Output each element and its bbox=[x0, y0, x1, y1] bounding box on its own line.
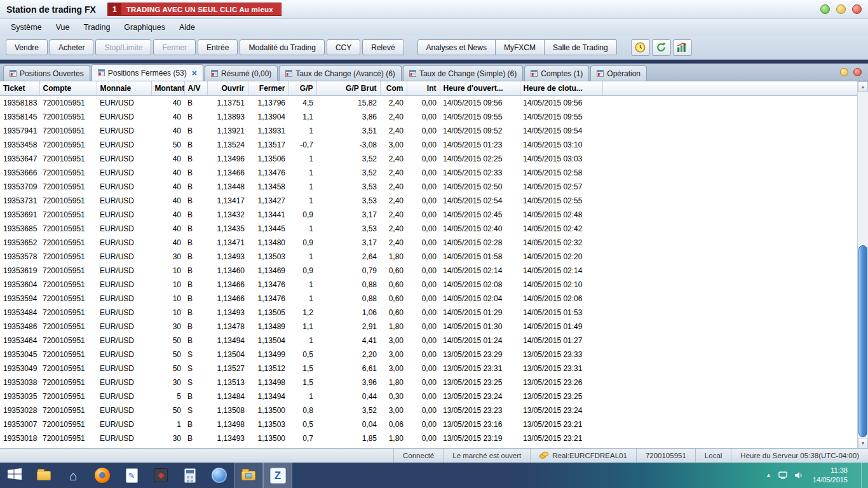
banner-text: TRADING AVEC UN SEUL CLIC Au mieux bbox=[126, 6, 273, 13]
tab-positions-fermees-53[interactable]: Positions Fermées (53)× bbox=[92, 64, 203, 81]
taskbar-utility-app[interactable] bbox=[146, 463, 175, 488]
vertical-scrollbar[interactable]: ▲ ▼ bbox=[857, 81, 868, 449]
table-row[interactable]: 193581457200105951EUR/USD40B1,138931,139… bbox=[0, 110, 857, 124]
table-row[interactable]: 193534587200105951EUR/USD50B1,135241,135… bbox=[0, 138, 857, 152]
col-header-fermer[interactable]: Fermer bbox=[248, 81, 288, 95]
taskbar-trading-station[interactable]: Z bbox=[263, 463, 292, 488]
col-header-heure-ouverture[interactable]: Heure d'ouvert... bbox=[440, 81, 520, 95]
modalite-du-trading-button[interactable]: Modalité du Trading bbox=[240, 39, 324, 55]
cell-int: 0,00 bbox=[407, 390, 440, 403]
col-header-monnaie[interactable]: Monnaie bbox=[97, 81, 151, 95]
table-row[interactable]: 193530497200105951EUR/USD50S1,135271,135… bbox=[0, 362, 857, 376]
myfxcm-button[interactable]: MyFXCM bbox=[495, 39, 545, 55]
taskbar-home[interactable]: ⌂ bbox=[58, 463, 88, 488]
time-mode[interactable]: Local bbox=[695, 449, 731, 463]
col-header-av[interactable]: A/V bbox=[184, 81, 207, 95]
table-row[interactable]: 193534867200105951EUR/USD30B1,134781,134… bbox=[0, 320, 857, 334]
tab-comptes-1[interactable]: Comptes (1) bbox=[524, 65, 589, 81]
table-row[interactable]: 193530187200105951EUR/USD30B1,134931,135… bbox=[0, 431, 857, 445]
volume-icon[interactable] bbox=[794, 471, 803, 479]
close-tab-icon[interactable]: × bbox=[192, 69, 197, 78]
table-row[interactable]: 193530287200105951EUR/USD50S1,135081,135… bbox=[0, 403, 857, 417]
table-row[interactable]: 193537317200105951EUR/USD40B1,134171,134… bbox=[0, 194, 857, 208]
refresh-icon[interactable] bbox=[652, 39, 671, 56]
cell-monnaie: EUR/USD bbox=[97, 264, 151, 278]
table-row[interactable]: 193530077200105951EUR/USD1B1,134981,1350… bbox=[0, 417, 857, 431]
taskbar-firefox[interactable] bbox=[88, 463, 117, 488]
table-row[interactable]: 193530457200105951EUR/USD50S1,135041,134… bbox=[0, 348, 857, 362]
chart-icon[interactable] bbox=[673, 39, 692, 56]
minimize-panel-button[interactable] bbox=[840, 68, 848, 76]
menu-item-aide[interactable]: Aide bbox=[172, 20, 202, 34]
tab-resume-0-00[interactable]: Résumé (0,00) bbox=[205, 65, 278, 81]
scroll-down-icon[interactable]: ▼ bbox=[858, 438, 868, 449]
table-row[interactable]: 193536857200105951EUR/USD40B1,134351,134… bbox=[0, 222, 857, 236]
col-header-ouvrir[interactable]: Ouvrir bbox=[207, 81, 248, 95]
table-row[interactable]: 193534647200105951EUR/USD50B1,134941,135… bbox=[0, 334, 857, 348]
taskbar-notepad[interactable]: ✎ bbox=[117, 463, 146, 488]
hidden-icons-icon[interactable]: ▲ bbox=[766, 472, 771, 478]
col-header-heure-cloture[interactable]: Heure de clotu... bbox=[520, 81, 602, 95]
table-row[interactable]: 193536047200105951EUR/USD10B1,134661,134… bbox=[0, 278, 857, 292]
scrollbar-thumb[interactable] bbox=[858, 245, 867, 437]
cell-com: 2,40 bbox=[380, 110, 407, 124]
cell-com: 2,40 bbox=[380, 124, 407, 138]
cell-heure-cloture: 13/05/2015 23:26 bbox=[520, 376, 602, 390]
salle-de-trading-button[interactable]: Salle de Trading bbox=[544, 39, 617, 55]
vendre-button[interactable]: Vendre bbox=[6, 39, 48, 55]
clock-icon[interactable] bbox=[631, 39, 650, 56]
menu-item-trading[interactable]: Trading bbox=[76, 20, 117, 34]
col-header-gp[interactable]: G/P bbox=[288, 81, 316, 95]
table-row[interactable]: 193535947200105951EUR/USD10B1,134661,134… bbox=[0, 292, 857, 306]
taskbar-browser[interactable] bbox=[205, 463, 234, 488]
tab-operation[interactable]: Opération bbox=[590, 65, 647, 81]
table-row[interactable]: 193530357200105951EUR/USD5B1,134841,1349… bbox=[0, 390, 857, 403]
col-header-com[interactable]: Com bbox=[380, 81, 407, 95]
ccy-button[interactable]: CCY bbox=[327, 39, 360, 55]
one-click-trading-banner[interactable]: 1 TRADING AVEC UN SEUL CLIC Au mieux bbox=[107, 3, 281, 16]
table-row[interactable]: 193536197200105951EUR/USD10B1,134601,134… bbox=[0, 264, 857, 278]
minimize-button[interactable] bbox=[820, 4, 830, 14]
close-button[interactable] bbox=[852, 4, 862, 14]
tab-taux-de-change-simple-6[interactable]: Taux de Change (Simple) (6) bbox=[403, 65, 523, 81]
taskbar-calculator[interactable] bbox=[175, 463, 205, 488]
cell-montant: 30 bbox=[151, 250, 184, 264]
entree-button[interactable]: Entrée bbox=[198, 39, 238, 55]
col-header-compte[interactable]: Compte bbox=[39, 81, 97, 95]
start-button[interactable] bbox=[0, 463, 29, 488]
releve-button[interactable]: Relevé bbox=[362, 39, 403, 55]
table-row[interactable]: 193536917200105951EUR/USD40B1,134321,134… bbox=[0, 208, 857, 222]
table-row[interactable]: 193530387200105951EUR/USD30S1,135131,134… bbox=[0, 376, 857, 390]
acheter-button[interactable]: Acheter bbox=[50, 39, 93, 55]
table-row[interactable]: 193579417200105951EUR/USD40B1,139211,139… bbox=[0, 124, 857, 138]
scroll-up-icon[interactable]: ▲ bbox=[858, 81, 868, 92]
taskbar-file-explorer[interactable] bbox=[29, 463, 58, 488]
table-row[interactable]: 193535787200105951EUR/USD30B1,134931,135… bbox=[0, 250, 857, 264]
calculator-icon bbox=[184, 468, 196, 483]
table-row[interactable]: 193536667200105951EUR/USD40B1,134661,134… bbox=[0, 166, 857, 180]
taskbar-clock[interactable]: 11:38 14/05/2015 bbox=[813, 466, 848, 485]
col-header-ticket[interactable]: Ticket bbox=[0, 81, 39, 95]
col-header-int[interactable]: Int bbox=[407, 81, 440, 95]
tab-positions-ouvertes[interactable]: Positions Ouvertes bbox=[3, 65, 90, 81]
table-row[interactable]: 193537097200105951EUR/USD40B1,134481,134… bbox=[0, 180, 857, 194]
tab-taux-de-change-avance-6[interactable]: Taux de Change (Avancé) (6) bbox=[279, 65, 402, 81]
menu-item-systeme[interactable]: Système bbox=[4, 20, 49, 34]
cell-compte: 7200105951 bbox=[39, 403, 97, 417]
table-row[interactable]: 193581837200105951EUR/USD40B1,137511,137… bbox=[0, 95, 857, 110]
col-header-gp-brut[interactable]: G/P Brut bbox=[316, 81, 380, 95]
show-desktop-button[interactable] bbox=[861, 463, 865, 488]
taskbar-pictures-folder[interactable] bbox=[234, 463, 263, 488]
menu-item-vue[interactable]: Vue bbox=[49, 20, 77, 34]
display-icon[interactable] bbox=[778, 471, 787, 479]
table-row[interactable]: 193536477200105951EUR/USD40B1,134961,135… bbox=[0, 152, 857, 166]
cell-heure-cloture: 14/05/2015 02:57 bbox=[520, 180, 602, 194]
table-row[interactable]: 193536527200105951EUR/USD40B1,134711,134… bbox=[0, 236, 857, 250]
table-row[interactable]: 193534847200105951EUR/USD10B1,134931,135… bbox=[0, 306, 857, 320]
close-panel-button[interactable] bbox=[853, 68, 862, 76]
analyses-et-news-button[interactable]: Analyses et News bbox=[417, 39, 496, 55]
col-header-montant[interactable]: Montant bbox=[151, 81, 184, 95]
menu-item-graphiques[interactable]: Graphiques bbox=[117, 20, 172, 34]
account-server[interactable]: Real:EURCFDREAL01 bbox=[530, 449, 636, 463]
maximize-button[interactable] bbox=[836, 4, 846, 14]
